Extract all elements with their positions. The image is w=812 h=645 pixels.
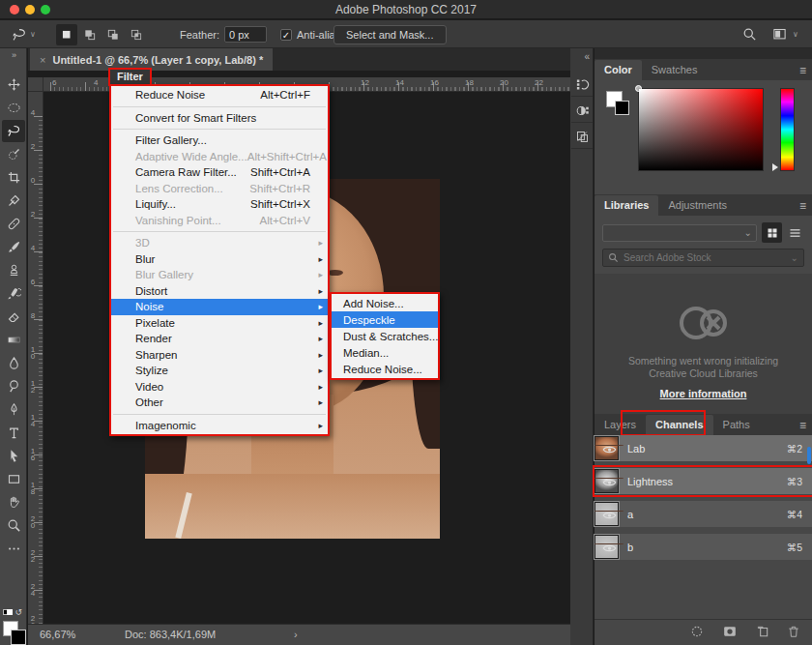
add-selection-button[interactable]	[79, 24, 101, 45]
save-selection-button[interactable]	[723, 625, 737, 642]
hue-marker[interactable]	[772, 163, 778, 171]
default-colors-icon[interactable]: ↺	[3, 607, 24, 619]
workspace-selector[interactable]: ∨	[771, 20, 798, 48]
tab-channels[interactable]: Channels	[646, 415, 713, 435]
marquee-tool[interactable]	[2, 97, 25, 119]
toolbar-collapse-button[interactable]: »	[0, 50, 27, 60]
menu-item-video[interactable]: Video▸	[111, 379, 328, 396]
crop-tool[interactable]	[2, 166, 25, 189]
saturation-brightness-box[interactable]	[638, 88, 764, 171]
menu-item-blur[interactable]: Blur▸	[111, 251, 328, 268]
menu-item-convert-for-smart-filters[interactable]: Convert for Smart Filters	[111, 110, 328, 127]
brush-tool[interactable]	[2, 236, 25, 258]
clone-stamp-tool[interactable]	[2, 259, 25, 281]
menu-item-vanishing-point[interactable]: Vanishing Point...Alt+Ctrl+V	[111, 213, 328, 229]
quick-selection-tool[interactable]	[2, 143, 25, 165]
tab-libraries[interactable]: Libraries	[594, 195, 658, 216]
path-selection-tool[interactable]	[2, 445, 25, 467]
submenu-item-despeckle[interactable]: Despeckle	[332, 311, 438, 328]
adjustments-panel-button[interactable]	[571, 100, 593, 123]
spot-healing-tool[interactable]	[2, 213, 25, 235]
dodge-tool[interactable]	[2, 375, 25, 397]
pen-tool[interactable]	[2, 398, 25, 421]
menu-item-blur-gallery[interactable]: Blur Gallery▸	[111, 267, 328, 283]
submenu-item-reduce-noise[interactable]: Reduce Noise...	[332, 361, 438, 377]
delete-channel-button[interactable]	[787, 625, 800, 642]
anti-alias-checkbox[interactable]: ✓ Anti-alias	[280, 20, 340, 48]
lasso-tool[interactable]	[2, 120, 25, 142]
expand-panels-button[interactable]: «	[584, 51, 590, 62]
type-tool[interactable]	[2, 422, 25, 444]
stock-search-field[interactable]: ⌄	[602, 249, 804, 267]
tab-color[interactable]: Color	[594, 60, 642, 80]
blur-tool[interactable]	[2, 352, 25, 374]
menu-item-adaptive-wide-angle[interactable]: Adaptive Wide Angle...Alt+Shift+Ctrl+A	[111, 149, 328, 165]
load-selection-button[interactable]	[690, 625, 704, 642]
menu-item-noise[interactable]: Noise▸	[111, 299, 328, 315]
panel-menu-icon[interactable]: ≡	[799, 199, 806, 213]
feather-input[interactable]	[224, 26, 267, 43]
hand-tool[interactable]	[2, 491, 25, 513]
submenu-item-dust-scratches[interactable]: Dust & Scratches...	[332, 328, 438, 344]
tab-adjustments[interactable]: Adjustments	[658, 195, 737, 216]
channel-row-lab[interactable]: Lab⌘2	[594, 435, 812, 464]
new-channel-button[interactable]	[756, 625, 769, 642]
submenu-item-median[interactable]: Median...	[332, 344, 438, 361]
menu-item-imagenomic[interactable]: Imagenomic▸	[111, 418, 328, 434]
menu-item-filter-gallery[interactable]: Filter Gallery...	[111, 132, 328, 149]
edit-toolbar-tool[interactable]	[2, 538, 25, 560]
menu-item-sharpen[interactable]: Sharpen▸	[111, 347, 328, 364]
visibility-eye-icon[interactable]	[594, 543, 624, 544]
subtract-selection-button[interactable]	[102, 24, 124, 45]
swap-colors-icon[interactable]: ↺	[15, 607, 23, 617]
select-and-mask-button[interactable]: Select and Mask...	[334, 25, 447, 44]
channel-row-b[interactable]: b⌘5	[594, 534, 812, 563]
visibility-eye-icon[interactable]	[594, 445, 624, 446]
tab-layers[interactable]: Layers	[594, 415, 646, 435]
clone-source-panel-button[interactable]	[571, 126, 593, 149]
background-color-swatch[interactable]	[615, 101, 629, 115]
history-brush-tool[interactable]	[2, 282, 25, 305]
vertical-ruler[interactable]: 4202468101214161820222426	[28, 92, 44, 645]
grid-view-button[interactable]	[762, 222, 782, 243]
zoom-tool[interactable]	[2, 514, 25, 537]
menu-item-liquify[interactable]: Liquify...Shift+Ctrl+X	[111, 196, 328, 213]
hue-strip[interactable]	[780, 88, 795, 171]
panel-menu-icon[interactable]: ≡	[799, 419, 806, 432]
eraser-tool[interactable]	[2, 306, 25, 328]
submenu-item-add-noise[interactable]: Add Noise...	[332, 295, 438, 311]
menu-item-stylize[interactable]: Stylize▸	[111, 363, 328, 379]
menu-item-pixelate[interactable]: Pixelate▸	[111, 315, 328, 332]
menu-item-distort[interactable]: Distort▸	[111, 283, 328, 300]
menu-item-reduce-noise[interactable]: Reduce NoiseAlt+Ctrl+F	[111, 87, 328, 103]
menu-item-lens-correction[interactable]: Lens Correction...Shift+Ctrl+R	[111, 181, 328, 197]
search-button[interactable]	[742, 20, 757, 48]
move-tool[interactable]	[2, 73, 25, 96]
status-chevron-icon[interactable]: ›	[294, 629, 298, 640]
list-view-button[interactable]	[785, 222, 805, 243]
visibility-eye-icon[interactable]	[594, 511, 624, 512]
visibility-eye-icon[interactable]	[594, 478, 624, 479]
scrollbar-thumb[interactable]	[807, 447, 811, 464]
tool-preset-lasso[interactable]: ∨	[12, 20, 36, 48]
tab-swatches[interactable]: Swatches	[642, 60, 708, 80]
close-tab-icon[interactable]: ×	[40, 54, 45, 66]
rectangle-tool[interactable]	[2, 468, 25, 490]
new-selection-button[interactable]	[56, 24, 77, 45]
stock-search-input[interactable]	[624, 252, 786, 263]
zoom-level-field[interactable]: 66,67%	[40, 629, 75, 640]
intersect-selection-button[interactable]	[126, 24, 147, 45]
panel-menu-icon[interactable]: ≡	[799, 64, 806, 77]
menu-item-other[interactable]: Other▸	[111, 395, 328, 411]
history-panel-button[interactable]	[571, 73, 593, 97]
background-color-swatch[interactable]	[11, 630, 26, 645]
tab-paths[interactable]: Paths	[713, 415, 760, 435]
color-picker-marker[interactable]	[635, 85, 642, 92]
menu-item-camera-raw-filter[interactable]: Camera Raw Filter...Shift+Ctrl+A	[111, 164, 328, 181]
library-select-dropdown[interactable]: ⌄	[602, 224, 757, 242]
eyedropper-tool[interactable]	[2, 190, 25, 212]
gradient-tool[interactable]	[2, 329, 25, 351]
more-information-link[interactable]: More information	[594, 388, 812, 399]
channel-row-a[interactable]: a⌘4	[594, 501, 812, 530]
channel-row-lightness[interactable]: Lightness⌘3	[594, 468, 812, 497]
